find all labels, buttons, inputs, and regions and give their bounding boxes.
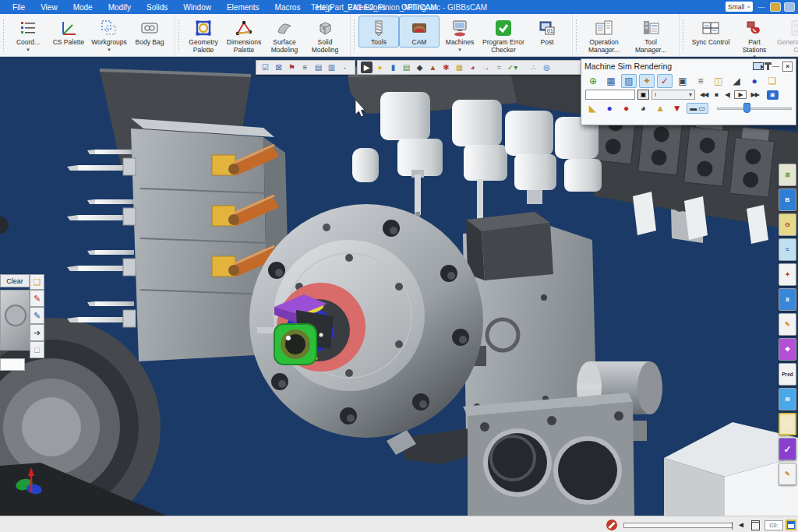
menu-help[interactable]: Help xyxy=(308,2,340,13)
display-image-icon[interactable] xyxy=(786,520,796,530)
part-doc-icon[interactable]: ▮ xyxy=(387,62,399,73)
play-button[interactable]: ▶ xyxy=(734,90,746,99)
check-dropdown-icon[interactable]: ✓▾ xyxy=(507,62,518,73)
fixture-icon[interactable]: ▲ xyxy=(427,62,439,73)
trash-icon[interactable] xyxy=(751,520,760,530)
toggle-solid-icon[interactable]: ▬ xyxy=(690,104,697,112)
sim-time-input[interactable] xyxy=(585,90,635,100)
world-icon[interactable]: ⊕ xyxy=(585,74,601,88)
menu-mode[interactable]: Mode xyxy=(65,2,101,13)
menu-elements[interactable]: Elements xyxy=(219,2,267,13)
cam-button[interactable]: CAM xyxy=(399,16,440,48)
chevron-down-icon[interactable]: ▾ xyxy=(458,48,461,52)
magenta-tile[interactable]: ❖ xyxy=(779,338,796,361)
display-toggle-group[interactable]: ▬ ▭ xyxy=(687,103,708,114)
grid-icon[interactable]: ▦ xyxy=(454,62,465,73)
coord-button[interactable]: Coord... ▾ xyxy=(8,16,48,53)
pause-button[interactable]: ◀| xyxy=(722,91,732,98)
sync-control-button[interactable]: Sync Control xyxy=(687,16,734,48)
part-stations-button[interactable]: Part Stations ▾ xyxy=(734,16,775,60)
scatter-icon[interactable]: ∴ xyxy=(528,62,539,73)
gears-tile[interactable]: G xyxy=(779,213,796,236)
wave-icon[interactable]: ≈ xyxy=(493,62,505,73)
blue-8-tile[interactable]: 8 xyxy=(779,288,796,311)
post-code-box[interactable]: C0: xyxy=(764,520,783,530)
arrow-red-icon[interactable]: → xyxy=(480,62,492,73)
target-icon[interactable]: ◎ xyxy=(541,62,553,73)
chevron-down-icon[interactable]: ▾ xyxy=(108,48,111,52)
pin-icon[interactable] xyxy=(767,62,769,70)
pointer-icon[interactable]: ➔ xyxy=(30,324,44,341)
stock-blob-icon[interactable]: ● xyxy=(602,101,617,115)
blue-text-tile[interactable]: ≋ xyxy=(779,388,796,410)
red-brush-icon[interactable]: ✎ xyxy=(30,290,44,307)
chevron-down-icon[interactable]: ▾ xyxy=(26,48,30,52)
dimensions-palette-button[interactable]: Dimensions Palette xyxy=(224,16,264,55)
tool-spray-icon[interactable]: ◢ xyxy=(729,74,744,88)
collision-dot-icon[interactable]: ● xyxy=(619,101,634,115)
menu-view[interactable]: View xyxy=(33,2,65,13)
sphere-icon[interactable]: ● xyxy=(747,74,762,88)
menu-window[interactable]: Window xyxy=(175,2,219,13)
sheet-alt-icon[interactable]: ▥ xyxy=(326,62,337,73)
fixtures-icon[interactable]: ✦ xyxy=(639,74,655,88)
menu-solids[interactable]: Solids xyxy=(139,2,175,13)
clamp-ring-tile[interactable]: ○ xyxy=(779,413,796,435)
pen-tile[interactable]: ✎ xyxy=(779,313,796,336)
quadrant-icon[interactable]: ◕ xyxy=(636,101,651,115)
post-button[interactable]: 01 Post xyxy=(527,16,567,48)
restore-window-icon[interactable] xyxy=(784,2,795,12)
dark-tool-icon[interactable]: ◆ xyxy=(414,62,425,73)
tools-button[interactable]: Tools xyxy=(358,16,399,48)
sheet-icon[interactable]: ▤ xyxy=(312,62,324,73)
pen2-tile[interactable]: ✎ xyxy=(779,463,796,485)
waves-tile[interactable]: ≈ xyxy=(779,238,796,261)
surface-modeling-button[interactable]: Surface Modeling xyxy=(264,16,305,55)
lock-icon[interactable] xyxy=(770,2,781,12)
menu-extensions[interactable]: Extensions xyxy=(340,2,394,13)
camera-view-icon[interactable] xyxy=(753,62,764,70)
list-icon[interactable]: ≡ xyxy=(693,74,708,88)
folder-icon[interactable]: ❏ xyxy=(30,274,44,290)
tool-red-tile[interactable]: ✦ xyxy=(779,263,796,286)
cs-palette-button[interactable]: CS Palette xyxy=(48,16,89,48)
machine-sim-viewport[interactable]: ☑ ⊠ ⚑ ≡ ▤ ▥ - ▶ ● ▮ ▤ ◆ ▲ ✱ ▦ ◕ → ≈ ✓▾ ∴… xyxy=(0,57,798,516)
stock-ball-icon[interactable]: ● xyxy=(374,62,386,73)
warning-icon[interactable]: ▲ xyxy=(653,101,668,115)
sim-speed-slider[interactable] xyxy=(717,103,792,114)
menu-macros[interactable]: Macros xyxy=(267,2,309,13)
burst-icon[interactable]: ✱ xyxy=(440,62,452,73)
sim-report-tile[interactable]: ≣ xyxy=(779,164,796,186)
body-bag-button[interactable]: Body Bag xyxy=(129,16,170,48)
machines-button[interactable]: Machines ▾ xyxy=(440,16,480,53)
sim-input-box-icon[interactable]: ▣ xyxy=(637,90,649,100)
close-icon[interactable]: ✕ xyxy=(782,62,793,72)
tool-manager-button[interactable]: Tool Manager... xyxy=(627,16,674,55)
pie-icon[interactable]: ◕ xyxy=(467,62,478,73)
slider-handle[interactable] xyxy=(743,103,750,113)
menu-opticam[interactable]: OPTICAM xyxy=(394,2,445,13)
blue-brush-icon[interactable]: ✎ xyxy=(30,307,44,324)
skip-start-button[interactable]: ◀◀ xyxy=(697,91,710,98)
frame-capture-icon[interactable]: ▣ xyxy=(767,90,779,100)
select-check-icon[interactable]: ☑ xyxy=(260,62,271,73)
program-error-checker-button[interactable]: Program Error Checker xyxy=(480,16,527,55)
minimize-icon[interactable]: — xyxy=(756,2,767,12)
rewind-icon[interactable]: ◄ xyxy=(737,520,745,529)
skip-end-button[interactable]: ▶▶ xyxy=(749,91,761,98)
quick-search-box[interactable]: Small × xyxy=(726,2,753,12)
clamp-icon[interactable]: ◫ xyxy=(711,74,726,88)
geometry-palette-button[interactable]: Geometry Palette xyxy=(183,16,224,55)
sim-panel-titlebar[interactable]: Machine Sim Rendering — ✕ xyxy=(581,59,796,73)
menu-modify[interactable]: Modify xyxy=(101,2,139,13)
stock-cone-icon[interactable]: ◣ xyxy=(585,101,600,115)
flag-icon[interactable]: ⚑ xyxy=(286,62,298,73)
open-folder-icon[interactable]: ❏ xyxy=(764,74,780,88)
purple-check-tile[interactable]: ✓ xyxy=(779,438,796,460)
stop-button[interactable]: ■ xyxy=(712,91,720,98)
play-dark-icon[interactable]: ▶ xyxy=(361,62,373,73)
levels-icon[interactable]: ≡ xyxy=(299,62,311,73)
minimize-icon[interactable]: — xyxy=(772,62,779,70)
pred-tile[interactable]: Pred xyxy=(779,363,796,386)
operation-manager-button[interactable]: Operation Manager... xyxy=(581,16,627,55)
